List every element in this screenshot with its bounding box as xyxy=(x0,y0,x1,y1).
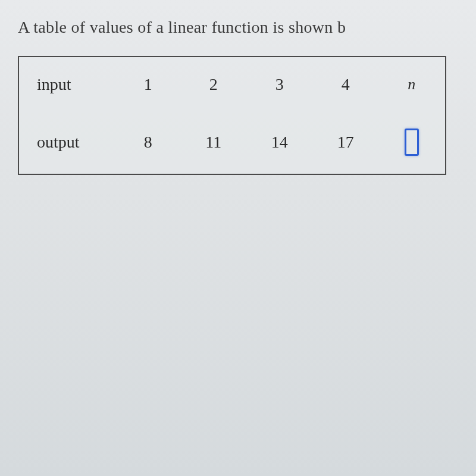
output-cell-2: 14 xyxy=(247,112,312,173)
linear-function-table: input 1 2 3 4 n output 8 11 14 17 xyxy=(18,56,446,175)
output-row: output 8 11 14 17 xyxy=(20,112,444,173)
question-prompt: A table of values of a linear function i… xyxy=(18,18,458,37)
input-row: input 1 2 3 4 n xyxy=(20,58,444,111)
input-cell-3: 4 xyxy=(313,58,378,111)
input-cell-n: n xyxy=(379,58,444,111)
output-cell-3: 17 xyxy=(313,112,378,173)
answer-input-slot[interactable] xyxy=(405,129,419,156)
input-row-label: input xyxy=(20,58,115,111)
output-cell-0: 8 xyxy=(116,112,180,173)
input-cell-2: 3 xyxy=(247,58,312,111)
output-row-label: output xyxy=(20,112,115,173)
output-answer-cell xyxy=(379,112,444,173)
output-cell-1: 11 xyxy=(181,112,246,173)
input-cell-1: 2 xyxy=(181,58,246,111)
input-cell-0: 1 xyxy=(116,58,180,111)
